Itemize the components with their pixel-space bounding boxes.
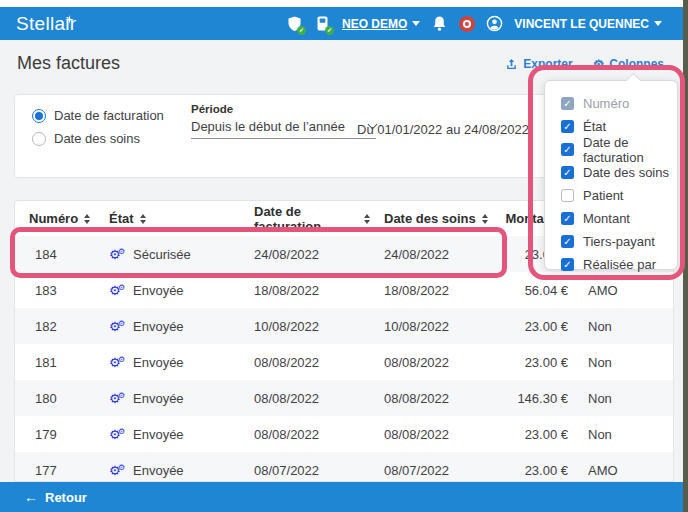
cell-etat: Sécurisée (95, 247, 240, 262)
cell-date-soins: 24/08/2022 (370, 247, 490, 262)
cell-numero: 184 (15, 247, 95, 262)
column-header-date-facturation[interactable]: Date de facturation (240, 204, 370, 234)
user-menu[interactable]: VINCENT LE QUENNEC (514, 17, 662, 31)
bell-icon[interactable] (431, 15, 448, 32)
column-checkbox-item[interactable]: Patient (561, 184, 677, 207)
logo-star-icon (65, 7, 74, 16)
cell-date-soins: 08/08/2022 (370, 355, 490, 370)
arrow-left-icon (24, 489, 38, 505)
column-checkbox-label: Date des soins (583, 165, 669, 180)
screen-edge-strip (683, 0, 688, 512)
check-badge-icon (325, 26, 334, 35)
arrow-up-from-bracket-icon (505, 58, 518, 71)
column-checkbox-item[interactable]: Tiers-payant (561, 230, 677, 253)
column-checkbox-label: État (583, 119, 606, 134)
user-name: VINCENT LE QUENNEC (514, 17, 649, 31)
cell-etat: Envoyée (95, 391, 240, 406)
periode-group: Période Depuis le début de l’année (191, 103, 376, 139)
cell-numero: 183 (15, 283, 95, 298)
cell-date-soins: 08/08/2022 (370, 391, 490, 406)
cell-montant: 23.00 € (490, 427, 580, 442)
radio-date-facturation[interactable]: Date de facturation (32, 108, 164, 123)
cell-etat: Envoyée (95, 463, 240, 478)
column-checkbox-item[interactable]: Montant (561, 207, 677, 230)
cell-date-facturation: 08/08/2022 (240, 391, 370, 406)
table-row[interactable]: 182 Envoyée 10/08/2022 10/08/2022 23.00 … (15, 308, 673, 344)
cell-montant: 23.00 € (490, 319, 580, 334)
column-checkbox-label: Réalisée par (583, 257, 656, 272)
cell-numero: 177 (15, 463, 95, 478)
cell-date-facturation: 08/07/2022 (240, 463, 370, 478)
table-row[interactable]: 179 Envoyée 08/08/2022 08/08/2022 23.00 … (15, 416, 673, 452)
export-button[interactable]: Exporter (505, 57, 572, 71)
sort-icon (482, 214, 488, 224)
card-reader-icon[interactable] (314, 15, 331, 32)
columns-button[interactable]: ⚙ Colonnes (593, 57, 664, 71)
shield-check-icon[interactable] (286, 15, 303, 32)
back-label: Retour (45, 490, 87, 505)
cell-montant: 23.00 € (490, 355, 580, 370)
column-checkbox-item[interactable]: Date de facturation (561, 138, 677, 161)
cogs-status-icon (109, 464, 126, 477)
table-row[interactable]: 181 Envoyée 08/08/2022 08/08/2022 23.00 … (15, 344, 673, 380)
etat-label: Envoyée (133, 391, 184, 406)
sort-icon (140, 214, 146, 224)
table-row[interactable]: 180 Envoyée 08/08/2022 08/08/2022 146.30… (15, 380, 673, 416)
cell-numero: 181 (15, 355, 95, 370)
cell-date-soins: 08/08/2022 (370, 427, 490, 442)
cell-date-facturation: 18/08/2022 (240, 283, 370, 298)
cell-montant: 56.04 € (490, 283, 580, 298)
checkbox-icon (561, 258, 574, 271)
etat-label: Envoyée (133, 283, 184, 298)
checkbox-icon (561, 235, 574, 248)
column-header-numero[interactable]: Numéro (15, 211, 95, 226)
lifebuoy-help-icon[interactable] (459, 16, 475, 32)
checkbox-icon (561, 143, 574, 156)
radio-selected-icon (32, 109, 46, 123)
back-button[interactable]: Retour (24, 489, 87, 505)
column-checkbox-item[interactable]: Réalisée par (561, 253, 677, 276)
cell-tiers-payant: AMO (580, 283, 655, 298)
column-header-etat[interactable]: État (95, 211, 240, 226)
cell-tiers-payant: Non (580, 427, 655, 442)
checkbox-icon (561, 97, 574, 110)
checkbox-icon (561, 120, 574, 133)
cell-tiers-payant: Non (580, 391, 655, 406)
periode-label: Période (191, 103, 376, 115)
export-label: Exporter (523, 57, 572, 71)
column-checkbox-item[interactable]: Numéro (561, 92, 677, 115)
cell-etat: Envoyée (95, 283, 240, 298)
periode-select[interactable]: Depuis le début de l’année (191, 119, 376, 139)
checkbox-icon (561, 189, 574, 202)
columns-dropdown-menu: Numéro État Date de facturation Date des… (544, 80, 678, 270)
header-right-cluster: NEO DEMO VINCENT LE QUENNEC (286, 15, 662, 32)
cogs-status-icon (109, 428, 126, 441)
etat-label: Envoyée (133, 427, 184, 442)
chevron-down-icon (654, 21, 662, 26)
app-header: Stellair NEO DEMO VINCENT LE QUENNEC (0, 7, 688, 40)
gear-icon: ⚙ (593, 58, 605, 71)
cell-tiers-payant: Non (580, 355, 655, 370)
columns-label: Colonnes (609, 57, 664, 71)
app-logo[interactable]: Stellair (16, 13, 76, 35)
organization-dropdown[interactable]: NEO DEMO (342, 17, 420, 31)
etat-label: Envoyée (133, 355, 184, 370)
cell-numero: 180 (15, 391, 95, 406)
page-actions: Exporter ⚙ Colonnes (505, 57, 664, 71)
column-checkbox-item[interactable]: Date des soins (561, 161, 677, 184)
cell-etat: Envoyée (95, 355, 240, 370)
column-checkbox-label: Montant (583, 211, 630, 226)
user-circle-icon[interactable] (486, 15, 503, 32)
radio-date-soins-label: Date des soins (54, 131, 140, 146)
etat-label: Envoyée (133, 319, 184, 334)
date-range-text: Du 01/01/2022 au 24/08/2022 (357, 122, 529, 137)
top-white-strip (0, 0, 688, 7)
page-title: Mes factures (17, 53, 120, 74)
cell-numero: 182 (15, 319, 95, 334)
cell-date-soins: 10/08/2022 (370, 319, 490, 334)
table-row[interactable]: 177 Envoyée 08/07/2022 08/07/2022 23.00 … (15, 452, 673, 482)
column-header-date-soins[interactable]: Date des soins (370, 211, 490, 226)
radio-date-soins[interactable]: Date des soins (32, 131, 140, 146)
table-row[interactable]: 183 Envoyée 18/08/2022 18/08/2022 56.04 … (15, 272, 673, 308)
checkbox-icon (561, 212, 574, 225)
